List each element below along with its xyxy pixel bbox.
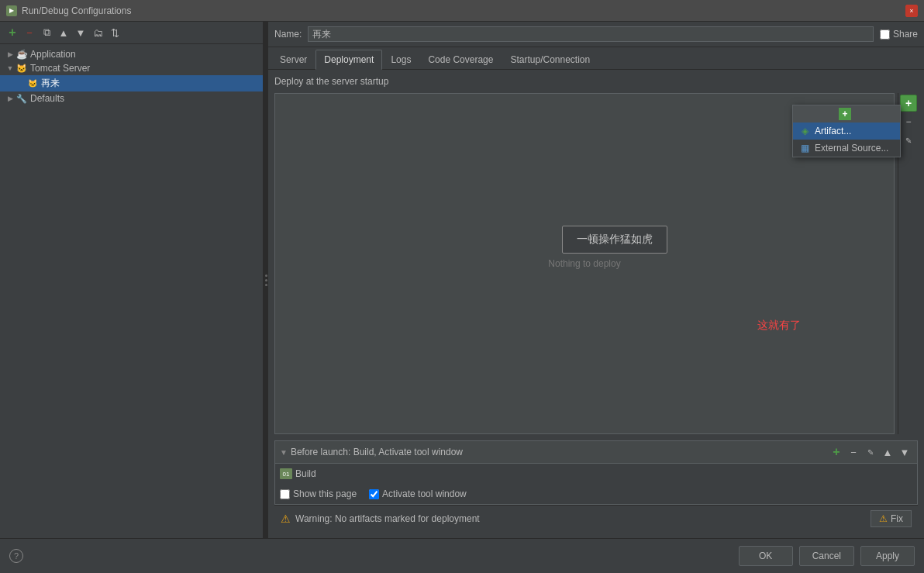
tab-deployment[interactable]: Deployment [315, 50, 382, 70]
remove-artifact-button[interactable]: − [900, 113, 917, 130]
share-checkbox[interactable] [880, 29, 890, 40]
apply-button[interactable]: Apply [860, 546, 915, 566]
help-button[interactable]: ? [9, 549, 23, 563]
expand-icon: ▶ [5, 95, 16, 102]
warning-text: Warning: No artifacts marked for deploym… [295, 513, 866, 524]
config-icon: 🐱 [26, 78, 39, 89]
edit-task-button[interactable]: ✎ [863, 444, 878, 460]
main-container: + − ⧉ ▲ ▼ 🗂 ⇅ ▶ ☕ Application ▼ 🐱 Tomcat… [0, 22, 924, 538]
application-icon: ☕ [16, 49, 28, 60]
build-icon: 01 [280, 468, 292, 479]
warning-bar: ⚠ Warning: No artifacts marked for deplo… [274, 505, 918, 532]
move-up-button[interactable]: ▲ [56, 25, 71, 40]
remove-task-button[interactable]: − [846, 444, 861, 460]
deploy-header: Deploy at the server startup [274, 76, 918, 87]
tab-logs[interactable]: Logs [382, 50, 419, 69]
edit-artifact-button[interactable]: ✎ [900, 132, 917, 149]
show-page-label: Show this page [293, 488, 357, 499]
dropdown-title: + [793, 105, 900, 123]
sort-button[interactable]: ⇅ [107, 25, 122, 40]
config-tree: ▶ ☕ Application ▼ 🐱 Tomcat Server 🐱 再来 ▶… [0, 44, 263, 538]
left-panel: + − ⧉ ▲ ▼ 🗂 ⇅ ▶ ☕ Application ▼ 🐱 Tomcat… [0, 22, 264, 538]
artifact-icon: ◈ [799, 126, 810, 136]
tree-label-defaults: Defaults [30, 93, 64, 104]
defaults-icon: 🔧 [16, 93, 28, 104]
build-label: Build [295, 468, 316, 479]
tree-label-selected: 再来 [41, 77, 60, 90]
add-task-button[interactable]: + [829, 444, 844, 460]
remove-config-button[interactable]: − [22, 25, 37, 40]
external-label: External Source... [815, 143, 888, 154]
tree-label-application: Application [30, 49, 76, 60]
title-bar: ▶ Run/Debug Configurations × [0, 0, 924, 22]
move-down-button[interactable]: ▼ [73, 25, 88, 40]
tree-item-selected[interactable]: 🐱 再来 [0, 75, 263, 91]
left-toolbar: + − ⧉ ▲ ▼ 🗂 ⇅ [0, 22, 263, 44]
tab-code-coverage[interactable]: Code Coverage [419, 50, 502, 69]
tree-label-tomcat: Tomcat Server [30, 63, 90, 74]
cancel-button[interactable]: Cancel [799, 546, 854, 566]
before-launch-content: 01 Build [275, 464, 917, 484]
right-panel: Name: Share Server Deployment Logs Code … [268, 22, 924, 538]
activate-tool-label: Activate tool window [382, 488, 467, 499]
before-launch-section: ▼ Before launch: Build, Activate tool wi… [274, 440, 918, 505]
dialog-title: Run/Debug Configurations [22, 5, 131, 16]
app-icon: ▶ [6, 5, 17, 16]
external-icon: ▦ [799, 143, 810, 154]
close-button[interactable]: × [905, 5, 918, 17]
tree-item-defaults[interactable]: ▶ 🔧 Defaults [0, 91, 263, 105]
warning-icon: ⚠ [281, 513, 291, 525]
show-page-item: Show this page [280, 488, 357, 499]
tab-server[interactable]: Server [271, 50, 315, 69]
checkboxes-row: Show this page Activate tool window [275, 484, 917, 504]
folder-button[interactable]: 🗂 [90, 25, 105, 40]
name-input[interactable] [308, 26, 874, 42]
share-area: Share [880, 29, 918, 40]
tabs-bar: Server Deployment Logs Code Coverage Sta… [268, 47, 924, 70]
name-label: Name: [274, 29, 302, 40]
expand-icon: ▼ [5, 64, 16, 72]
tree-item-tomcat[interactable]: ▼ 🐱 Tomcat Server [0, 61, 263, 75]
fix-icon: ⚠ [879, 513, 888, 524]
before-launch-title: Before launch: Build, Activate tool wind… [291, 447, 463, 457]
activate-tool-checkbox[interactable] [369, 489, 379, 499]
ok-button[interactable]: OK [739, 546, 793, 566]
move-task-down-button[interactable]: ▼ [897, 444, 912, 460]
name-bar: Name: Share [268, 22, 924, 47]
collapse-icon[interactable]: ▼ [280, 448, 288, 457]
bottom-bar: ? OK Cancel Apply [0, 538, 924, 573]
overlay-text-1: 一顿操作猛如虎 [562, 226, 667, 254]
before-launch-header: ▼ Before launch: Build, Activate tool wi… [275, 441, 917, 464]
artifact-label: Artifact... [815, 126, 851, 136]
copy-config-button[interactable]: ⧉ [39, 25, 54, 40]
build-item: 01 Build [280, 467, 912, 481]
move-task-up-button[interactable]: ▲ [880, 444, 895, 460]
expand-icon: ▶ [5, 50, 16, 58]
fix-button[interactable]: ⚠ Fix [871, 510, 912, 527]
tree-item-application[interactable]: ▶ ☕ Application [0, 47, 263, 61]
add-config-button[interactable]: + [5, 25, 20, 40]
fix-label: Fix [891, 513, 903, 524]
overlay-text-2: 这就有了 [757, 319, 801, 333]
nothing-to-deploy-text: Nothing to deploy [548, 258, 620, 269]
artifact-dropdown: + ◈ Artifact... ▦ External Source... [792, 105, 901, 157]
dropdown-item-external[interactable]: ▦ External Source... [793, 140, 900, 157]
show-page-checkbox[interactable] [280, 489, 290, 499]
tomcat-icon: 🐱 [16, 63, 28, 74]
tab-startup-connection[interactable]: Startup/Connection [502, 50, 598, 69]
activate-tool-item: Activate tool window [369, 488, 467, 499]
share-label: Share [893, 29, 918, 40]
add-artifact-button[interactable]: + [900, 95, 917, 112]
dropdown-item-artifact[interactable]: ◈ Artifact... [793, 123, 900, 140]
dropdown-add-icon: + [839, 108, 851, 120]
before-launch-toolbar: + − ✎ ▲ ▼ [829, 444, 912, 460]
